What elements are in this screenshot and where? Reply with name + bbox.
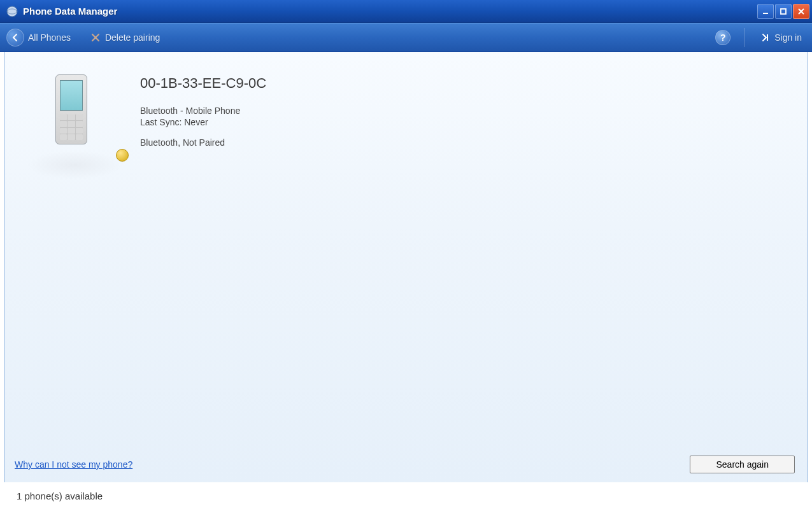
device-last-sync: Last Sync: Never	[140, 117, 266, 127]
help-button[interactable]: ?	[715, 30, 730, 45]
footer-row: Why can I not see my phone? Search again	[4, 449, 808, 482]
delete-pairing-button[interactable]: Delete pairing	[90, 32, 160, 43]
status-text: 1 phone(s) available	[17, 491, 103, 501]
content-area: 00-1B-33-EE-C9-0C Bluetooth - Mobile Pho…	[4, 52, 808, 482]
search-again-button[interactable]: Search again	[690, 456, 795, 473]
device-status: Bluetooth, Not Paired	[140, 137, 266, 148]
device-details: 00-1B-33-EE-C9-0C Bluetooth - Mobile Pho…	[140, 71, 266, 179]
titlebar: Phone Data Manager	[0, 0, 812, 23]
close-button[interactable]	[793, 4, 809, 19]
svg-point-0	[7, 6, 17, 17]
phone-icon	[27, 71, 122, 179]
all-phones-button[interactable]: All Phones	[6, 29, 71, 46]
signin-arrow-icon	[759, 32, 771, 43]
delete-icon	[90, 32, 101, 43]
maximize-button[interactable]	[775, 4, 792, 19]
status-dot-icon	[116, 149, 129, 162]
device-name: 00-1B-33-EE-C9-0C	[140, 75, 266, 92]
back-arrow-icon	[6, 29, 24, 46]
signin-label: Sign in	[774, 32, 802, 43]
toolbar-divider	[744, 28, 745, 47]
minimize-button[interactable]	[757, 4, 774, 19]
window-controls	[757, 4, 809, 19]
signin-button[interactable]: Sign in	[759, 32, 802, 43]
help-icon: ?	[720, 32, 726, 43]
toolbar: All Phones Delete pairing ? Sign in	[0, 23, 812, 52]
all-phones-label: All Phones	[28, 32, 71, 43]
svg-rect-1	[763, 13, 768, 14]
window-title: Phone Data Manager	[23, 6, 757, 17]
statusbar: 1 phone(s) available	[0, 482, 812, 509]
help-link[interactable]: Why can I not see my phone?	[15, 459, 132, 470]
device-row[interactable]: 00-1B-33-EE-C9-0C Bluetooth - Mobile Pho…	[4, 52, 808, 179]
delete-pairing-label: Delete pairing	[105, 32, 160, 43]
app-icon	[6, 6, 18, 17]
svg-rect-2	[781, 9, 786, 14]
device-type: Bluetooth - Mobile Phone	[140, 106, 266, 116]
